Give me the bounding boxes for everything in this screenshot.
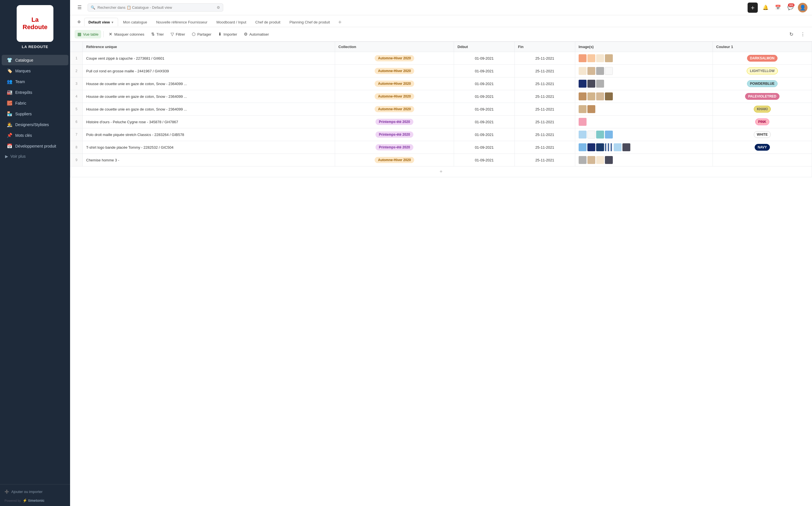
add-import-button[interactable]: ➕ Ajouter ou importer xyxy=(5,488,66,496)
product-thumbnail[interactable] xyxy=(587,156,595,164)
sidebar-item-entrepots[interactable]: 🏭 Entrepôts xyxy=(2,87,68,97)
product-thumbnail[interactable] xyxy=(587,80,595,88)
search-input[interactable] xyxy=(97,5,214,10)
row-reference[interactable]: Chemise homme 3 - xyxy=(83,154,335,167)
masquer-colonnes-button[interactable]: ✕ Masquer colonnes xyxy=(106,30,147,38)
refresh-button[interactable]: ↻ xyxy=(787,29,796,39)
table-row[interactable]: 2Pull col rond en grosse maille - 244196… xyxy=(70,65,812,77)
row-collection[interactable]: Automne-Hiver 2020 xyxy=(335,65,454,77)
table-row[interactable]: 6Histoire d'ours - Peluche Cygne rose - … xyxy=(70,115,812,128)
messages-button[interactable]: 💬 322 xyxy=(786,3,795,12)
product-thumbnail[interactable] xyxy=(579,80,587,88)
notifications-button[interactable]: 🔔 xyxy=(760,3,770,12)
product-thumbnail[interactable] xyxy=(596,156,604,164)
add-new-button[interactable]: ＋ xyxy=(747,3,758,13)
product-thumbnail[interactable] xyxy=(587,54,595,62)
sidebar-item-suppliers[interactable]: 🏪 Suppliers xyxy=(2,108,68,119)
row-reference[interactable]: T-shirt logo bande placée Tommy - 228253… xyxy=(83,141,335,154)
product-thumbnail[interactable] xyxy=(579,143,587,151)
row-images[interactable] xyxy=(575,77,713,90)
row-collection[interactable]: Automne-Hiver 2020 xyxy=(335,90,454,103)
product-thumbnail[interactable] xyxy=(579,54,587,62)
product-thumbnail[interactable] xyxy=(622,143,630,151)
see-more-button[interactable]: ▶ Voir plus xyxy=(0,152,70,161)
product-thumbnail[interactable] xyxy=(605,143,613,151)
row-images[interactable] xyxy=(575,103,713,115)
automatiser-button[interactable]: ⚙ Automatiser xyxy=(241,30,272,38)
company-logo[interactable]: LaRedoute xyxy=(17,5,54,42)
tab-chef-produit[interactable]: Chef de produit xyxy=(251,18,285,26)
row-reference[interactable]: Histoire d'ours - Peluche Cygne rose - 3… xyxy=(83,115,335,128)
product-thumbnail[interactable] xyxy=(587,92,595,100)
product-thumbnail[interactable] xyxy=(605,131,613,139)
row-collection[interactable]: Automne-Hiver 2020 xyxy=(335,154,454,167)
row-reference[interactable]: Polo droit maille piquée stretch Classic… xyxy=(83,128,335,141)
tab-planning-chef[interactable]: Planning Chef de produit xyxy=(285,18,334,26)
row-images[interactable] xyxy=(575,52,713,65)
col-fin[interactable]: Fin xyxy=(514,42,575,52)
importer-button[interactable]: ⬇ Importer xyxy=(215,30,240,38)
settings-icon[interactable]: ⚙ xyxy=(217,5,220,10)
row-collection[interactable]: Automne-Hiver 2020 xyxy=(335,103,454,115)
product-thumbnail[interactable] xyxy=(579,67,587,75)
product-thumbnail[interactable] xyxy=(605,156,613,164)
row-images[interactable] xyxy=(575,65,713,77)
col-collection[interactable]: Collection xyxy=(335,42,454,52)
col-images[interactable]: Image(s) xyxy=(575,42,713,52)
col-couleur1[interactable]: Couleur 1 xyxy=(713,42,812,52)
row-images[interactable] xyxy=(575,128,713,141)
product-thumbnail[interactable] xyxy=(587,143,595,151)
product-thumbnail[interactable] xyxy=(596,131,604,139)
table-row[interactable]: 3Housse de couette unie en gaze de coton… xyxy=(70,77,812,90)
product-thumbnail[interactable] xyxy=(587,131,595,139)
row-images[interactable] xyxy=(575,90,713,103)
product-thumbnail[interactable] xyxy=(596,67,604,75)
product-thumbnail[interactable] xyxy=(605,54,613,62)
sidebar-item-catalogue[interactable]: 👕 Catalogue xyxy=(2,55,68,65)
add-tab-button[interactable]: ＋ xyxy=(335,17,345,27)
product-thumbnail[interactable] xyxy=(614,143,622,151)
search-bar[interactable]: 🔍 ⚙ xyxy=(88,3,223,12)
row-collection[interactable]: Printemps-été 2020 xyxy=(335,141,454,154)
sidebar-item-motscles[interactable]: 📌 Mots clés xyxy=(2,130,68,141)
product-thumbnail[interactable] xyxy=(587,67,595,75)
table-row[interactable]: 7Polo droit maille piquée stretch Classi… xyxy=(70,128,812,141)
row-collection[interactable]: Automne-Hiver 2020 xyxy=(335,77,454,90)
sidebar-item-designers[interactable]: 👩‍🎨 Designers/Stylistes xyxy=(2,119,68,130)
more-options-button[interactable]: ⋮ xyxy=(798,29,807,39)
hamburger-menu-button[interactable]: ☰ xyxy=(75,3,84,12)
product-thumbnail[interactable] xyxy=(579,118,587,126)
tab-moodboard[interactable]: Moodboard / Input xyxy=(212,18,250,26)
table-row[interactable]: 5Housse de couette unie en gaze de coton… xyxy=(70,103,812,115)
product-thumbnail[interactable] xyxy=(587,105,595,113)
row-reference[interactable]: Housse de couette unie en gaze de coton,… xyxy=(83,77,335,90)
tab-mon-catalogue[interactable]: Mon catalogue xyxy=(119,18,151,26)
row-reference[interactable]: Coupe vent zippé à capuche - 2273681 / G… xyxy=(83,52,335,65)
row-reference[interactable]: Pull col rond en grosse maille - 2441967… xyxy=(83,65,335,77)
sidebar-item-team[interactable]: 👥 Team xyxy=(2,76,68,87)
tab-default-view[interactable]: Default view ▼ xyxy=(84,18,118,26)
sidebar-item-developpement[interactable]: 📅 Développement produit xyxy=(2,141,68,151)
row-collection[interactable]: Automne-Hiver 2020 xyxy=(335,52,454,65)
user-avatar[interactable]: 👤 xyxy=(798,3,807,12)
row-collection[interactable]: Printemps-été 2020 xyxy=(335,115,454,128)
filtrer-button[interactable]: ▽ Filtrer xyxy=(168,30,188,38)
row-reference[interactable]: Housse de couette unie en gaze de coton,… xyxy=(83,90,335,103)
sidebar-item-fabric[interactable]: 🧱 Fabric xyxy=(2,98,68,108)
col-debut[interactable]: Début xyxy=(454,42,514,52)
trier-button[interactable]: ⇅ Trier xyxy=(148,30,167,38)
product-thumbnail[interactable] xyxy=(579,156,587,164)
product-thumbnail[interactable] xyxy=(596,80,604,88)
row-reference[interactable]: Housse de couette unie en gaze de coton,… xyxy=(83,103,335,115)
add-row-button[interactable]: + xyxy=(70,167,812,177)
row-collection[interactable]: Printemps-été 2020 xyxy=(335,128,454,141)
product-thumbnail[interactable] xyxy=(605,67,613,75)
table-row[interactable]: 8T-shirt logo bande placée Tommy - 22825… xyxy=(70,141,812,154)
calendar-button[interactable]: 📅 xyxy=(773,3,783,12)
col-reference[interactable]: Référence unique xyxy=(83,42,335,52)
table-row[interactable]: 1Coupe vent zippé à capuche - 2273681 / … xyxy=(70,52,812,65)
table-row[interactable]: 9Chemise homme 3 -Automne-Hiver 202001-0… xyxy=(70,154,812,167)
product-thumbnail[interactable] xyxy=(579,92,587,100)
add-row-plus[interactable]: + xyxy=(70,167,812,177)
table-row[interactable]: 4Housse de couette unie en gaze de coton… xyxy=(70,90,812,103)
